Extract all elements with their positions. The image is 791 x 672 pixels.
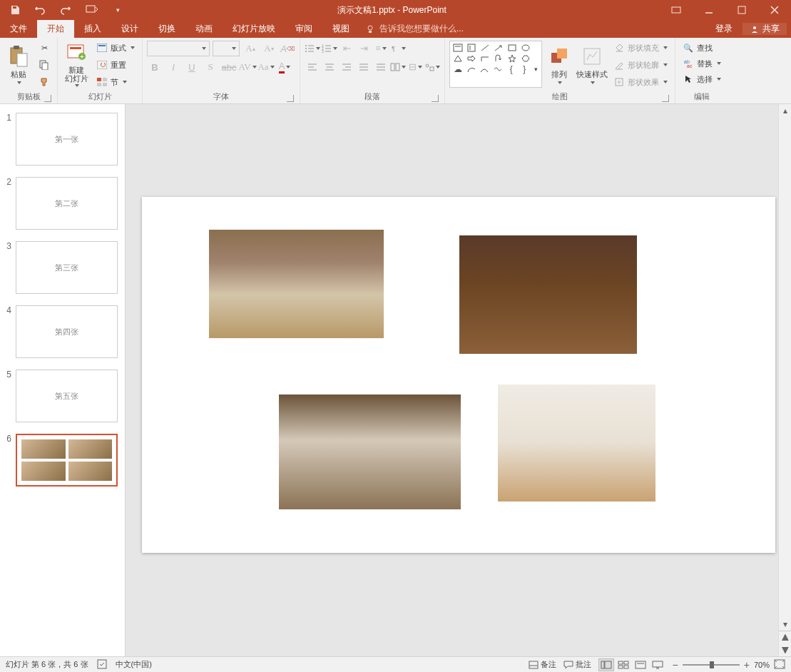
thumbnail-5[interactable]: 5第五张 [0,367,125,431]
text-direction-button[interactable]: ¶ [390,41,406,56]
font-launcher-icon[interactable] [287,95,294,102]
align-text-button[interactable]: ⊟ [407,59,423,75]
shape-uturn-icon[interactable] [492,54,505,63]
align-right-button[interactable] [339,59,354,75]
shape-triangle-icon[interactable] [451,54,464,63]
login-button[interactable]: 登录 [708,23,740,35]
underline-button[interactable]: U [184,59,200,75]
line-spacing-button[interactable]: ≡ [373,41,389,56]
shape-brace-icon[interactable]: { [505,64,518,74]
font-size-combo[interactable] [213,41,240,56]
maximize-icon[interactable] [725,0,758,20]
gallery-more-icon[interactable]: ▾ [531,64,540,74]
shape-cloud-icon[interactable]: ☁ [451,64,464,74]
char-spacing-button[interactable]: AV [240,59,255,75]
scroll-up-icon[interactable]: ▴ [779,104,791,117]
tab-home[interactable]: 开始 [37,20,74,38]
notes-button[interactable]: 备注 [529,659,556,670]
tab-insert[interactable]: 插入 [74,20,111,38]
vertical-scrollbar[interactable]: ▴ ▾ ⯅ ⯆ [778,104,791,656]
strikethrough-button[interactable]: abc [221,59,237,75]
paragraph-launcher-icon[interactable] [432,95,439,102]
increase-font-icon[interactable]: A▴ [243,41,258,56]
thumbnail-1[interactable]: 1第一张 [0,110,125,174]
increase-indent-button[interactable]: ⇥ [356,41,372,56]
shape-vtextbox-icon[interactable] [465,43,478,53]
arrange-button[interactable]: 排列 [545,41,573,88]
bullets-button[interactable] [305,41,320,56]
smartart-button[interactable] [424,59,440,75]
language-indicator[interactable]: 中文(中国) [116,659,152,670]
slide-image-3[interactable] [279,394,461,509]
tab-design[interactable]: 设计 [111,20,148,38]
qat-customize-icon[interactable]: ▾ [111,4,124,16]
italic-button[interactable]: I [165,59,181,75]
shape-star-icon[interactable] [506,54,519,63]
shape-brace2-icon[interactable]: } [519,64,531,74]
thumbnail-4[interactable]: 4第四张 [0,302,125,367]
layout-button[interactable]: 版式 [93,41,138,55]
shape-oval-icon[interactable] [519,43,532,53]
save-icon[interactable] [9,4,21,16]
tab-view[interactable]: 视图 [322,20,359,38]
section-button[interactable]: 节 [93,75,138,89]
comments-button[interactable]: 批注 [563,659,591,670]
normal-view-button[interactable] [598,658,614,671]
thumbnail-panel[interactable]: 1第一张 2第二张 3第三张 4第四张 5第五张 6 [0,104,126,656]
copy-button[interactable] [36,58,53,72]
replace-button[interactable]: abac替换 [680,56,724,71]
thumbnail-2[interactable]: 2第二张 [0,174,125,238]
shape-curve2-icon[interactable] [491,64,504,74]
zoom-in-button[interactable]: + [744,659,750,671]
slide-canvas[interactable] [142,197,775,553]
shape-arrow-line-icon[interactable] [492,43,505,53]
redo-icon[interactable] [60,4,73,16]
shape-rarrow-icon[interactable] [465,54,478,63]
shape-curve1-icon[interactable] [478,64,491,74]
paste-button[interactable]: 粘贴 [4,41,33,88]
numbering-button[interactable]: 123 [322,41,337,56]
zoom-out-button[interactable]: − [673,659,678,671]
tell-me-search[interactable]: 告诉我您想要做什么... [365,20,464,38]
scroll-down-icon[interactable]: ▾ [779,618,791,631]
select-button[interactable]: 选择 [680,72,724,86]
zoom-level[interactable]: 70% [754,661,770,669]
font-family-combo[interactable] [147,41,210,56]
undo-icon[interactable] [34,4,47,16]
decrease-font-icon[interactable]: A▾ [261,41,277,56]
slide-image-1[interactable] [209,230,384,338]
tab-review[interactable]: 审阅 [285,20,322,38]
font-color-button[interactable]: A [277,59,292,75]
shape-hex-icon[interactable] [519,54,532,63]
slide-canvas-area[interactable]: ▴ ▾ ⯅ ⯆ [126,104,791,656]
clipboard-launcher-icon[interactable] [44,95,51,102]
shape-effects-button[interactable]: 形状效果 [611,75,670,89]
slide-image-2[interactable] [459,235,637,354]
format-painter-button[interactable] [36,75,53,89]
slide-counter[interactable]: 幻灯片 第 6 张，共 6 张 [6,659,88,670]
columns-button[interactable] [390,59,406,75]
shape-rect-icon[interactable] [506,43,519,53]
shape-fill-button[interactable]: 形状填充 [611,41,670,55]
clear-formatting-icon[interactable]: A⌫ [280,41,295,56]
shape-line-icon[interactable] [479,43,491,53]
next-slide-icon[interactable]: ⯆ [779,643,791,656]
justify-button[interactable] [356,59,372,75]
reset-button[interactable]: 重置 [93,58,138,72]
shape-arc-icon[interactable] [465,64,478,74]
cut-button[interactable]: ✂ [36,41,53,55]
prev-slide-icon[interactable]: ⯅ [779,631,791,643]
change-case-button[interactable]: Aa [258,59,274,75]
distribute-button[interactable] [373,59,389,75]
shapes-gallery[interactable]: ☁ { } ▾ [449,41,542,88]
decrease-indent-button[interactable]: ⇤ [339,41,354,56]
sorter-view-button[interactable] [616,658,631,671]
shape-textbox-icon[interactable] [451,43,464,53]
find-button[interactable]: 🔍查找 [680,41,724,55]
thumbnail-6[interactable]: 6 [0,431,125,495]
new-slide-button[interactable]: + 新建 幻灯片 [62,41,91,88]
align-left-button[interactable] [305,59,320,75]
tab-file[interactable]: 文件 [0,20,37,38]
shadow-button[interactable]: S [203,59,218,75]
bold-button[interactable]: B [147,59,163,75]
